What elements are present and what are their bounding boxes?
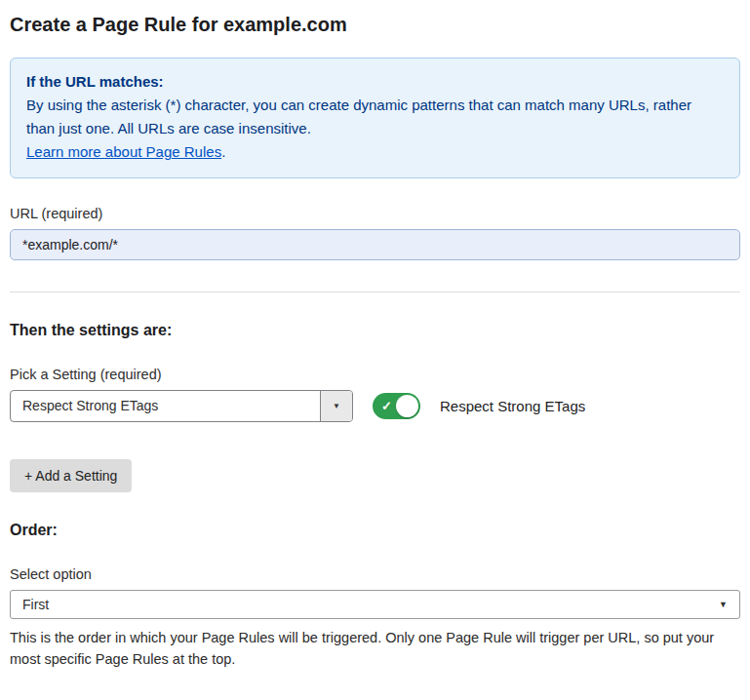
url-match-info-box: If the URL matches: By using the asteris… xyxy=(10,58,740,178)
setting-picker-caret-button[interactable]: ▼ xyxy=(320,391,352,421)
learn-more-link[interactable]: Learn more about Page Rules xyxy=(26,143,221,160)
order-heading: Order: xyxy=(10,522,740,539)
toggle-knob xyxy=(396,395,418,417)
create-page-rule-form: Create a Page Rule for example.com If th… xyxy=(0,14,750,700)
setting-picker-dropdown[interactable]: Respect Strong ETags ▼ xyxy=(10,390,353,422)
url-field-label: URL (required) xyxy=(10,206,740,221)
info-box-body: By using the asterisk (*) character, you… xyxy=(26,94,724,140)
order-select-label: Select option xyxy=(10,566,740,582)
add-setting-button[interactable]: + Add a Setting xyxy=(10,459,132,492)
order-select-value: First xyxy=(22,597,49,612)
toggle-label: Respect Strong ETags xyxy=(440,398,585,414)
settings-heading: Then the settings are: xyxy=(10,322,740,339)
setting-row: Respect Strong ETags ▼ ✓ Respect Strong … xyxy=(10,390,740,422)
page-title: Create a Page Rule for example.com xyxy=(10,14,740,36)
link-suffix: . xyxy=(221,143,225,160)
setting-picker-label: Pick a Setting (required) xyxy=(10,367,740,382)
info-box-heading: If the URL matches: xyxy=(26,70,724,94)
toggle-check-icon: ✓ xyxy=(381,399,392,413)
url-input[interactable] xyxy=(10,229,740,260)
info-box-link-line: Learn more about Page Rules. xyxy=(26,140,724,164)
section-divider xyxy=(10,292,740,292)
order-help-text: This is the order in which your Page Rul… xyxy=(10,627,731,670)
select-caret-down-icon: ▼ xyxy=(719,600,728,609)
order-select[interactable]: First ▼ xyxy=(10,590,740,619)
etags-toggle[interactable]: ✓ xyxy=(373,393,420,419)
caret-down-icon: ▼ xyxy=(333,402,340,410)
setting-picker-value: Respect Strong ETags xyxy=(11,391,320,421)
